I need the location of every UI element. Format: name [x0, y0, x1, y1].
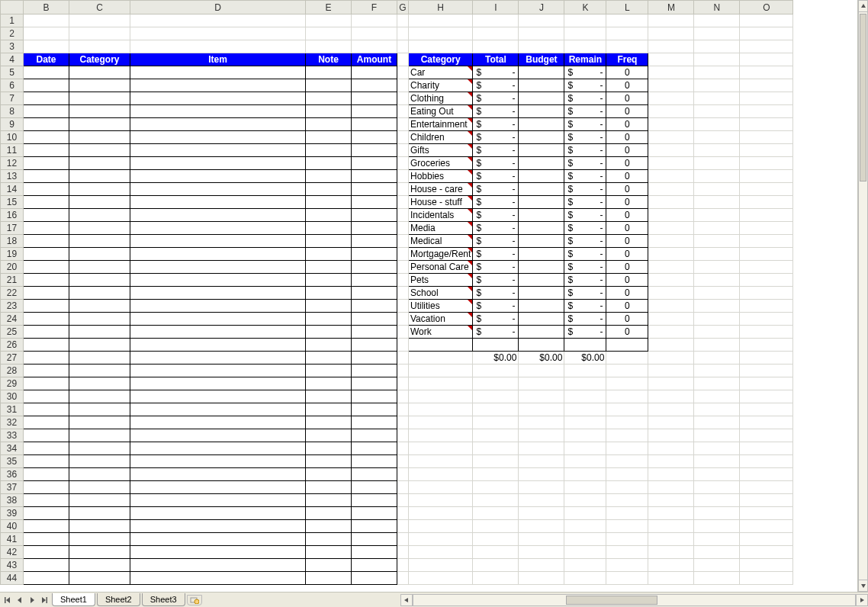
cell-J32[interactable]	[519, 416, 564, 429]
cell-J42[interactable]	[519, 546, 564, 559]
cell-C6[interactable]	[69, 79, 130, 92]
cell-B36[interactable]	[24, 468, 69, 481]
cell-G9[interactable]	[397, 118, 409, 131]
cell-L19[interactable]: 0	[606, 248, 648, 261]
cell-H15[interactable]: House - stuff	[409, 196, 473, 209]
col-header-N[interactable]: N	[694, 1, 740, 14]
cell-L14[interactable]: 0	[606, 183, 648, 196]
tab-nav-prev-icon[interactable]	[14, 594, 26, 606]
cell-C39[interactable]	[69, 507, 130, 520]
cell-M42[interactable]	[648, 546, 694, 559]
cell-N23[interactable]	[694, 300, 740, 313]
cell-O31[interactable]	[740, 403, 793, 416]
cell-F29[interactable]	[352, 377, 397, 390]
cell-L15[interactable]: 0	[606, 196, 648, 209]
cell-B27[interactable]	[24, 352, 69, 365]
cell-G28[interactable]	[397, 365, 409, 377]
cell-M43[interactable]	[648, 559, 694, 572]
cell-E40[interactable]	[306, 520, 352, 533]
cell-D42[interactable]	[130, 546, 306, 559]
cell-G16[interactable]	[397, 209, 409, 222]
cell-N41[interactable]	[694, 533, 740, 546]
cell-L35[interactable]	[606, 455, 648, 468]
cell-H20[interactable]: Personal Care	[409, 261, 473, 274]
cell-H24[interactable]: Vacation	[409, 313, 473, 326]
row-header-4[interactable]: 4	[1, 53, 24, 66]
cell-K4[interactable]: Remain	[564, 53, 606, 66]
cell-H34[interactable]	[409, 442, 473, 455]
cell-H35[interactable]	[409, 455, 473, 468]
cell-E8[interactable]	[306, 105, 352, 118]
cell-D27[interactable]	[130, 352, 306, 365]
cell-N24[interactable]	[694, 313, 740, 326]
cell-H13[interactable]: Hobbies	[409, 170, 473, 183]
cell-G2[interactable]	[397, 27, 409, 40]
cell-O13[interactable]	[740, 170, 793, 183]
cell-F40[interactable]	[352, 520, 397, 533]
col-header-H[interactable]: H	[409, 1, 473, 14]
cell-N43[interactable]	[694, 559, 740, 572]
cell-K33[interactable]	[564, 429, 606, 442]
cell-M3[interactable]	[648, 40, 694, 53]
cell-M1[interactable]	[648, 14, 694, 27]
cell-D10[interactable]	[130, 131, 306, 144]
cell-B23[interactable]	[24, 300, 69, 313]
cell-D9[interactable]	[130, 118, 306, 131]
cell-L6[interactable]: 0	[606, 79, 648, 92]
cell-E20[interactable]	[306, 261, 352, 274]
cell-F42[interactable]	[352, 546, 397, 559]
cell-O9[interactable]	[740, 118, 793, 131]
cell-J34[interactable]	[519, 442, 564, 455]
col-header-G[interactable]: G	[397, 1, 409, 14]
row-header-2[interactable]: 2	[1, 27, 24, 40]
cell-J29[interactable]	[519, 377, 564, 390]
cell-G22[interactable]	[397, 287, 409, 300]
cell-D40[interactable]	[130, 520, 306, 533]
cell-B7[interactable]	[24, 92, 69, 105]
cell-D20[interactable]	[130, 261, 306, 274]
cell-O30[interactable]	[740, 390, 793, 403]
cell-H11[interactable]: Gifts	[409, 144, 473, 157]
cell-K30[interactable]	[564, 390, 606, 403]
cell-M27[interactable]	[648, 352, 694, 365]
cell-K18[interactable]: $-	[564, 235, 606, 248]
cell-K14[interactable]: $-	[564, 183, 606, 196]
cell-N13[interactable]	[694, 170, 740, 183]
cell-J18[interactable]	[519, 235, 564, 248]
cell-C20[interactable]	[69, 261, 130, 274]
cell-C19[interactable]	[69, 248, 130, 261]
cell-G14[interactable]	[397, 183, 409, 196]
cell-E31[interactable]	[306, 403, 352, 416]
cell-E7[interactable]	[306, 92, 352, 105]
cell-B3[interactable]	[24, 40, 69, 53]
cell-J31[interactable]	[519, 403, 564, 416]
cell-E23[interactable]	[306, 300, 352, 313]
cell-C10[interactable]	[69, 131, 130, 144]
cell-L2[interactable]	[606, 27, 648, 40]
cell-F34[interactable]	[352, 442, 397, 455]
cell-C34[interactable]	[69, 442, 130, 455]
cell-M11[interactable]	[648, 144, 694, 157]
cell-N38[interactable]	[694, 494, 740, 507]
cell-E18[interactable]	[306, 235, 352, 248]
cell-I43[interactable]	[473, 559, 519, 572]
cell-I34[interactable]	[473, 442, 519, 455]
cell-O16[interactable]	[740, 209, 793, 222]
cell-J5[interactable]	[519, 66, 564, 79]
cell-J25[interactable]	[519, 326, 564, 339]
row-header-21[interactable]: 21	[1, 274, 24, 287]
cell-D44[interactable]	[130, 572, 306, 585]
cell-E29[interactable]	[306, 377, 352, 390]
cell-H42[interactable]	[409, 546, 473, 559]
spreadsheet-grid[interactable]: BCDEFGHIJKLMNO1234DateCategoryItemNoteAm…	[0, 0, 793, 585]
cell-G1[interactable]	[397, 14, 409, 27]
cell-O21[interactable]	[740, 274, 793, 287]
cell-M16[interactable]	[648, 209, 694, 222]
cell-K37[interactable]	[564, 481, 606, 494]
row-header-28[interactable]: 28	[1, 365, 24, 377]
row-header-8[interactable]: 8	[1, 105, 24, 118]
cell-C41[interactable]	[69, 533, 130, 546]
cell-J1[interactable]	[519, 14, 564, 27]
cell-H18[interactable]: Medical	[409, 235, 473, 248]
cell-C40[interactable]	[69, 520, 130, 533]
